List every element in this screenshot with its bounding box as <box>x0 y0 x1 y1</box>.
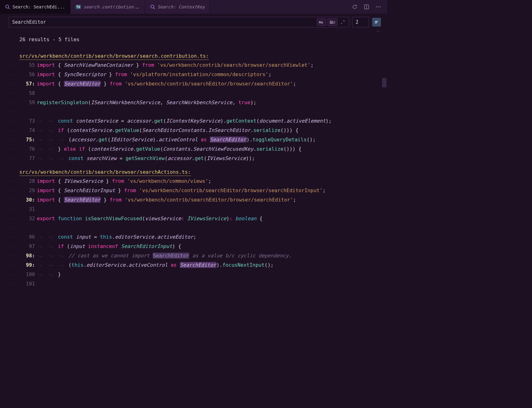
svg-point-19 <box>379 31 379 32</box>
result-line[interactable]: ·· <box>0 223 387 232</box>
result-file-header[interactable]: src/vs/workbench/contrib/search/browser/… <box>0 47 387 61</box>
search-input[interactable] <box>9 19 316 25</box>
code: import { SearchEditor } from 'vs/workben… <box>37 79 296 88</box>
regex-toggle[interactable]: * <box>339 18 348 26</box>
result-line[interactable]: ·· 100·→ ·→ } <box>0 270 387 279</box>
gutter: ·· <box>0 107 19 116</box>
tab-search-contextkey[interactable]: Search: ContextKey <box>145 0 210 14</box>
line-number: 57: <box>19 79 37 88</box>
line-number: 28 <box>19 177 37 186</box>
tab-search-editor[interactable]: Search: SearchEdi... <box>0 0 71 14</box>
match-highlight: SearchEditor <box>64 197 101 203</box>
line-number: 30: <box>19 195 37 204</box>
line-number: 99: <box>19 260 37 270</box>
line-number: 98: <box>19 251 37 260</box>
svg-point-0 <box>6 5 9 8</box>
tab-label: Search: SearchEdi... <box>12 4 65 9</box>
tab-search-contribution[interactable]: TS search.contribution.ts <box>71 0 145 14</box>
gutter: ·· <box>0 80 19 89</box>
code: ·→ ·→ if (contextService.getValue(Search… <box>37 126 298 135</box>
code: ·→ ·→ } <box>37 270 61 279</box>
code: ·→ ·→ const input = this.editorService.a… <box>37 232 196 242</box>
code: ·→ ·→ const contextService = accessor.ge… <box>37 116 332 126</box>
gutter: ·· <box>0 270 19 279</box>
gutter: ·· <box>0 135 19 144</box>
match-highlight: SearchEditor <box>153 253 190 259</box>
line-number: 101 <box>19 279 37 288</box>
more-actions-icon[interactable] <box>375 4 382 10</box>
result-line[interactable]: ·· 57:import { SearchEditor } from 'vs/w… <box>0 79 387 89</box>
code: ·→ ·→ ·→ (this.editorService.activeContr… <box>37 260 273 270</box>
result-line[interactable]: ·· 30:import { SearchEditor } from 'vs/w… <box>0 195 387 205</box>
result-line[interactable]: ·· 97·→ ·→ if (input instanceof SearchEd… <box>0 242 387 251</box>
line-number: 29 <box>19 186 37 195</box>
result-line[interactable]: ·· 59registerSingleton(ISearchWorkbenchS… <box>0 98 387 107</box>
line-number: 74 <box>19 126 37 135</box>
code: import { IViewsService } from 'vs/workbe… <box>37 177 211 186</box>
result-line[interactable]: ·· 96·→ ·→ const input = this.editorServ… <box>0 232 387 242</box>
minimap[interactable] <box>382 78 387 87</box>
svg-text:Aa: Aa <box>319 20 323 24</box>
code: registerSingleton(ISearchWorkbenchServic… <box>37 98 256 107</box>
gutter: ·· <box>0 251 19 260</box>
result-line[interactable]: ·· 31 <box>0 205 387 214</box>
refresh-icon[interactable] <box>352 4 358 10</box>
result-line[interactable]: ·· 32export function isSearchViewFocused… <box>0 214 387 223</box>
code: ·→ ·→ ·→ // cast as we cannot import Sea… <box>37 251 292 260</box>
result-line[interactable]: ·· 76·→ ·→ } else if (contextService.get… <box>0 144 387 154</box>
line-number: 76 <box>19 144 37 153</box>
gutter: ·· <box>0 177 19 186</box>
gutter: ·· <box>0 145 19 154</box>
result-line[interactable]: ·· 55import { SearchViewPaneContainer } … <box>0 61 387 70</box>
code: ·→ ·→ ·→ const searchView = getSearchVie… <box>37 154 255 163</box>
line-number: 58 <box>19 89 37 98</box>
search-input-wrap: Aa Ab * <box>9 17 349 27</box>
code: import { SearchEditorInput } from 'vs/wo… <box>37 186 326 195</box>
overflow-actions-icon[interactable] <box>0 29 387 34</box>
line-number: 100 <box>19 270 37 279</box>
line-number: 56 <box>19 70 37 79</box>
result-line[interactable]: ·· 28import { IViewsService } from 'vs/w… <box>0 177 387 186</box>
svg-point-7 <box>378 7 379 7</box>
result-file-header[interactable]: src/vs/workbench/contrib/search/browser/… <box>0 163 387 177</box>
gutter: ·· <box>0 126 19 135</box>
search-header: Aa Ab * <box>0 14 387 29</box>
result-line[interactable]: ·· 58 <box>0 89 387 98</box>
split-editor-icon[interactable] <box>363 4 370 10</box>
result-line[interactable]: ·· 101 <box>0 279 387 289</box>
match-highlight: SearchEditor <box>64 81 101 87</box>
code: ·→ ·→ ·→ (accessor.get(IEditorService).a… <box>37 135 316 144</box>
result-line[interactable]: ·· 77·→ ·→ ·→ const searchView = getSear… <box>0 154 387 163</box>
result-line[interactable]: ·· 99:·→ ·→ ·→ (this.editorService.activ… <box>0 260 387 270</box>
result-line[interactable]: ·· 29import { SearchEditorInput } from '… <box>0 186 387 195</box>
toggle-search-details[interactable] <box>372 18 381 27</box>
line-number: 73 <box>19 116 37 125</box>
result-line[interactable]: ·· 74·→ ·→ if (contextService.getValue(S… <box>0 126 387 135</box>
result-line[interactable]: ·· 75:·→ ·→ ·→ (accessor.get(IEditorServ… <box>0 135 387 144</box>
code: import { SearchViewPaneContainer } from … <box>37 61 313 70</box>
line-number: 96 <box>19 232 37 241</box>
case-sensitive-toggle[interactable]: Aa <box>317 18 326 26</box>
gutter: ·· <box>0 223 19 232</box>
svg-point-17 <box>377 31 377 32</box>
search-results[interactable]: 26 results - 5 filessrc/vs/workbench/con… <box>0 34 387 289</box>
gutter: ·· <box>0 261 19 270</box>
editor-toolbar <box>346 0 387 14</box>
result-line[interactable]: ·· 73·→ ·→ const contextService = access… <box>0 116 387 126</box>
gutter: ·· <box>0 70 19 79</box>
gutter: ·· <box>0 186 19 195</box>
result-line[interactable]: ·· <box>0 107 387 116</box>
svg-line-1 <box>8 8 10 9</box>
code: import { SyncDescriptor } from 'vs/platf… <box>37 70 271 79</box>
gutter: ·· <box>0 214 19 223</box>
context-lines-input[interactable] <box>352 17 369 27</box>
whole-word-toggle[interactable]: Ab <box>328 18 337 26</box>
gutter: ·· <box>0 233 19 242</box>
svg-text:*: * <box>343 20 345 24</box>
result-line[interactable]: ·· 98:·→ ·→ ·→ // cast as we cannot impo… <box>0 251 387 260</box>
result-line[interactable]: ·· 56import { SyncDescriptor } from 'vs/… <box>0 70 387 79</box>
svg-point-2 <box>151 5 154 8</box>
svg-point-18 <box>378 31 378 32</box>
gutter: ·· <box>0 98 19 107</box>
match-highlight: SearchEditor <box>180 262 217 268</box>
